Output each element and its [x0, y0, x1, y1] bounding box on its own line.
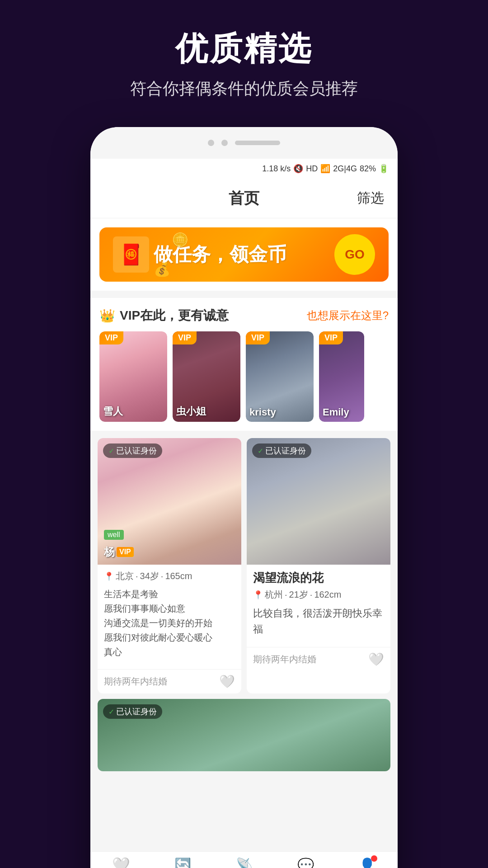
vip-card-1[interactable]: VIP 雪人 — [99, 331, 167, 422]
check-icon-2: ✓ — [258, 447, 263, 455]
banner-figure-icon: 🧧 — [113, 236, 149, 273]
verified-text-1: 已认证身份 — [116, 445, 157, 456]
vip-header: 👑 VIP在此，更有诚意 也想展示在这里? — [99, 307, 389, 324]
vip-title-group: 👑 VIP在此，更有诚意 — [99, 307, 229, 324]
broadcast-icon: 📡 — [236, 857, 253, 868]
vip-card-2[interactable]: VIP 虫小姐 — [173, 331, 240, 422]
profile-location-2: 杭州 — [265, 589, 283, 601]
profile-info-2: 渴望流浪的花 📍 杭州 · 21岁 · 162cm 比较自我，很活泼开朗快乐幸福 — [247, 565, 390, 647]
profile-bio-2: 比较自我，很活泼开朗快乐幸福 — [253, 605, 384, 637]
profile-age-2: 21岁 — [289, 589, 308, 601]
filter-button[interactable]: 筛选 — [357, 189, 384, 208]
nav-item-message[interactable]: 💬 消息 — [283, 857, 328, 868]
status-battery: 82% — [360, 164, 376, 174]
check-icon-3: ✓ — [108, 708, 114, 716]
profile-footer-2: 期待两年内结婚 🤍 — [247, 647, 390, 671]
vip-user-name-2: 虫小姐 — [176, 405, 206, 418]
profile-details-2: 📍 杭州 · 21岁 · 162cm — [253, 589, 384, 601]
like-button-2[interactable]: 🤍 — [368, 652, 384, 667]
coin-icon-2: 💰 — [154, 261, 170, 277]
home-heart-icon: 🤍 — [112, 856, 130, 868]
vip-badge-4: VIP — [319, 331, 343, 344]
vip-inline-badge-1: VIP — [117, 547, 134, 557]
nav-item-home[interactable]: 🤍 首页 — [99, 856, 144, 868]
banner-go-button[interactable]: GO — [334, 234, 375, 275]
status-mute-icon: 🔇 — [293, 164, 303, 174]
verified-text-3: 已认证身份 — [116, 706, 157, 717]
profile-footer-1: 期待两年内结婚 🤍 — [98, 669, 241, 693]
location-icon-2: 📍 — [253, 590, 263, 600]
vip-cards-container: VIP 雪人 VIP 虫小姐 VIP kristy — [99, 331, 389, 422]
app-nav-header: 首页 筛选 — [90, 179, 398, 218]
profile-initial-1: 杨 — [104, 545, 115, 559]
status-icons: 1.18 k/s 🔇 HD 📶 2G|4G 82% 🔋 — [262, 164, 389, 174]
vip-showcase-link[interactable]: 也想展示在这里? — [307, 308, 389, 323]
nav-item-dynamic[interactable]: 📡 动态 — [221, 857, 267, 868]
verified-badge-2: ✓ 已认证身份 — [252, 443, 311, 458]
profile-name-badge-1: 杨 VIP — [104, 545, 134, 559]
profile-name-2: 渴望流浪的花 — [253, 570, 384, 586]
task-banner[interactable]: 🧧 做任务，领金币 🪙 💰 GO — [99, 227, 389, 282]
profile-age-1: 34岁 — [140, 570, 159, 582]
banner-section: 🧧 做任务，领金币 🪙 💰 GO — [90, 218, 398, 291]
coin-icon-1: 🪙 — [172, 232, 188, 248]
notch-speaker — [235, 141, 280, 145]
nav-item-profile[interactable]: 👤 我 — [344, 857, 389, 868]
vip-user-name-1: 雪人 — [103, 405, 123, 418]
notch-camera — [208, 140, 214, 146]
location-icon-1: 📍 — [104, 571, 114, 581]
profile-height-1: 165cm — [165, 571, 192, 581]
vip-card-4[interactable]: VIP Emily — [319, 331, 364, 422]
vip-badge-3: VIP — [246, 331, 270, 344]
marriage-plan-2: 期待两年内结婚 — [253, 653, 316, 665]
status-hd: HD — [306, 164, 318, 174]
vip-card-3[interactable]: VIP kristy — [246, 331, 314, 422]
message-icon: 💬 — [297, 857, 314, 868]
profile-dot-3: · — [285, 590, 287, 600]
profile-card-1[interactable]: ✓ 已认证身份 well 杨 VIP 📍 — [98, 438, 241, 693]
profile-card-3[interactable]: ✓ 已认证身份 — [98, 699, 390, 771]
well-badge-1: well — [104, 530, 124, 540]
profile-badge-dot — [371, 855, 377, 862]
verified-badge-1: ✓ 已认证身份 — [103, 443, 162, 458]
vip-user-name-4: Emily — [323, 406, 349, 418]
vip-badge-1: VIP — [99, 331, 123, 344]
profile-photo-2: ✓ 已认证身份 — [247, 438, 390, 565]
profile-card-2[interactable]: ✓ 已认证身份 渴望流浪的花 📍 杭州 · 21岁 · 162cm 比较自我，很… — [247, 438, 390, 693]
profile-bio-1: 生活本是考验 愿我们事事顺心如意 沟通交流是一切美好的开始 愿我们对彼此耐心爱心… — [104, 587, 235, 659]
page-title: 首页 — [229, 188, 259, 209]
marriage-plan-1: 期待两年内结婚 — [104, 675, 167, 688]
partial-profile-section: ✓ 已认证身份 — [90, 693, 398, 771]
banner-left: 🧧 做任务，领金币 — [113, 236, 286, 273]
profile-photo-1: ✓ 已认证身份 well 杨 VIP — [98, 438, 241, 565]
profile-height-2: 162cm — [314, 590, 341, 600]
vip-section: 👑 VIP在此，更有诚意 也想展示在这里? VIP 雪人 VIP 虫小姐 — [90, 298, 398, 431]
status-bar: 1.18 k/s 🔇 HD 📶 2G|4G 82% 🔋 — [90, 159, 398, 179]
status-wifi-icon: 📶 — [320, 164, 330, 174]
verified-text-2: 已认证身份 — [265, 445, 306, 456]
crown-icon: 👑 — [99, 308, 115, 323]
profile-grid: ✓ 已认证身份 well 杨 VIP 📍 — [90, 438, 398, 693]
main-subtitle: 符合你择偶条件的优质会员推荐 — [18, 78, 470, 100]
main-title: 优质精选 — [18, 27, 470, 71]
phone-notch — [90, 127, 398, 159]
profile-dot-2: · — [161, 571, 164, 581]
profile-dot-4: · — [310, 590, 313, 600]
verified-badge-3: ✓ 已认证身份 — [103, 704, 162, 719]
check-icon-1: ✓ — [108, 447, 114, 455]
notch-sensor — [221, 140, 228, 146]
bottom-navigation: 🤍 首页 🔄 发现 📡 动态 💬 消息 👤 我 — [90, 851, 398, 868]
vip-badge-2: VIP — [173, 331, 197, 344]
discover-icon: 🔄 — [174, 857, 191, 868]
status-battery-icon: 🔋 — [379, 164, 389, 174]
profile-nav-badge-container: 👤 — [359, 857, 375, 868]
app-content: 🧧 做任务，领金币 🪙 💰 GO 👑 VIP在此，更有诚意 也想展示在这里? — [90, 218, 398, 851]
nav-item-discover[interactable]: 🔄 发现 — [160, 857, 205, 868]
like-button-1[interactable]: 🤍 — [219, 674, 235, 689]
profile-location-1: 北京 — [116, 570, 134, 582]
profile-dot-1: · — [136, 571, 138, 581]
vip-user-name-3: kristy — [249, 406, 276, 418]
status-speed: 1.18 k/s — [262, 164, 291, 174]
vip-title: VIP在此，更有诚意 — [120, 307, 229, 324]
status-signal: 2G|4G — [333, 164, 357, 174]
